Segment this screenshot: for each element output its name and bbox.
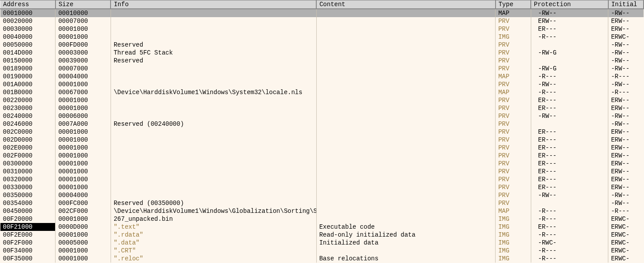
cell-size: 00001000 xyxy=(56,215,111,223)
table-row[interactable]: 00450000002CF000\Device\HarddiskVolume1\… xyxy=(0,207,644,215)
cell-prot: ER--- xyxy=(531,175,608,183)
table-row[interactable]: 0033000000001000PRVER---ERW-- xyxy=(0,183,644,191)
table-row[interactable]: 002D000000001000PRVER---ERW-- xyxy=(0,136,644,144)
cell-type: PRV xyxy=(496,80,531,88)
cell-type: PRV xyxy=(496,65,531,73)
table-row[interactable]: 0024000000006000PRV-RW---RW-- xyxy=(0,112,644,120)
cell-info xyxy=(111,96,316,104)
table-row[interactable]: 0023000000001000PRVER---ERW-- xyxy=(0,104,644,112)
table-row[interactable]: 0001000000010000MAP-RW---RW-- xyxy=(0,9,644,17)
col-header-info[interactable]: Info xyxy=(111,0,316,9)
cell-address: 002F0000 xyxy=(0,152,56,160)
cell-size: 00006000 xyxy=(56,112,111,120)
table-row[interactable]: 0004000000001000IMG-R---ERWC- xyxy=(0,33,644,41)
cell-init: -RW-- xyxy=(608,80,644,88)
table-row[interactable]: 0022000000001000PRVER---ERW-- xyxy=(0,96,644,104)
cell-size: 00004000 xyxy=(56,73,111,80)
table-row[interactable]: 0014D00000003000Thread 5FC StackPRV-RW-G… xyxy=(0,49,644,57)
col-header-initial[interactable]: Initial xyxy=(608,0,644,9)
cell-address: 00050000 xyxy=(0,41,56,49)
table-row[interactable]: 001B000000067000\Device\HarddiskVolume1\… xyxy=(0,88,644,96)
cell-address: 00310000 xyxy=(0,168,56,175)
cell-info xyxy=(111,168,316,175)
cell-size: 00001000 xyxy=(56,152,111,160)
cell-type: MAP xyxy=(496,88,531,96)
cell-content xyxy=(316,152,496,160)
table-row[interactable]: 0003000000001000PRVER---ERW-- xyxy=(0,25,644,33)
cell-content xyxy=(316,247,496,255)
cell-content xyxy=(316,175,496,183)
table-row[interactable]: 0030000000001000PRVER---ERW-- xyxy=(0,160,644,168)
cell-prot: -R--- xyxy=(531,231,608,239)
table-row[interactable]: 0015000000039000ReservedPRV-RW-- xyxy=(0,57,644,65)
cell-size: 00067000 xyxy=(56,88,111,96)
table-row[interactable]: 002460000007A000Reserved (00240000)PRV-R… xyxy=(0,120,644,128)
col-header-address[interactable]: Address xyxy=(0,0,56,9)
cell-info xyxy=(111,152,316,160)
cell-init: ERW-- xyxy=(608,128,644,136)
cell-content xyxy=(316,88,496,96)
table-row[interactable]: 0035000000004000PRV-RW---RW-- xyxy=(0,191,644,199)
cell-prot: ER--- xyxy=(531,152,608,160)
table-row[interactable]: 0032000000001000PRVER---ERW-- xyxy=(0,175,644,183)
cell-type: PRV xyxy=(496,175,531,183)
table-row[interactable]: 00F3500000001000 ".reloc"Base relocation… xyxy=(0,255,644,263)
table-row[interactable]: 00354000000FC000Reserved (00350000)PRV-R… xyxy=(0,199,644,207)
cell-prot xyxy=(531,120,608,128)
cell-address: 00010000 xyxy=(0,9,56,17)
cell-info: ".reloc" xyxy=(111,255,316,263)
cell-init: ERW-- xyxy=(608,144,644,152)
table-row[interactable]: 00050000000FD000ReservedPRV-RW-- xyxy=(0,41,644,49)
cell-type: IMG xyxy=(496,255,531,263)
cell-prot: -R--- xyxy=(531,215,608,223)
memory-map-table[interactable]: Address Size Info Content Type Protectio… xyxy=(0,0,644,263)
cell-size: 00001000 xyxy=(56,144,111,152)
cell-init: ERWC- xyxy=(608,239,644,247)
cell-init: ERWC- xyxy=(608,33,644,41)
cell-info xyxy=(111,112,316,120)
table-row[interactable]: 00F2000000001000267_unpacked.binIMG-R---… xyxy=(0,215,644,223)
cell-info xyxy=(111,136,316,144)
col-header-type[interactable]: Type xyxy=(496,0,531,9)
cell-prot: ER--- xyxy=(531,136,608,144)
col-header-content[interactable]: Content xyxy=(316,0,496,9)
cell-info xyxy=(111,17,316,25)
table-row[interactable]: 00F3400000001000 ".CRT"IMG-R---ERWC- xyxy=(0,247,644,255)
table-row[interactable]: 001A000000001000PRV-RW---RW-- xyxy=(0,80,644,88)
cell-content xyxy=(316,17,496,25)
cell-init: -RW-- xyxy=(608,41,644,49)
table-row[interactable]: 0031000000001000PRVER---ERW-- xyxy=(0,168,644,175)
cell-address: 00150000 xyxy=(0,57,56,65)
table-row[interactable]: 00F2E00000001000 ".rdata"Read-only initi… xyxy=(0,231,644,239)
table-row[interactable]: 0019000000004000MAP-R----R--- xyxy=(0,73,644,80)
cell-init: ERW-- xyxy=(608,25,644,33)
table-row[interactable]: 002E000000001000PRVER---ERW-- xyxy=(0,144,644,152)
cell-content xyxy=(316,199,496,207)
table-row[interactable]: 002C000000001000PRVER---ERW-- xyxy=(0,128,644,136)
cell-init: ERW-- xyxy=(608,17,644,25)
cell-info: Reserved (00350000) xyxy=(111,199,316,207)
table-row[interactable]: 002F000000001000PRVER---ERW-- xyxy=(0,152,644,160)
cell-prot: -RW-G xyxy=(531,65,608,73)
cell-info xyxy=(111,183,316,191)
cell-content xyxy=(316,168,496,175)
cell-prot: -RW-- xyxy=(531,80,608,88)
cell-info xyxy=(111,33,316,41)
table-row[interactable]: 00F210000000D000 ".text"Executable codeI… xyxy=(0,223,644,231)
col-header-size[interactable]: Size xyxy=(56,0,111,9)
table-row[interactable]: 00F2F00000005000 ".data"Initialized data… xyxy=(0,239,644,247)
col-header-protection[interactable]: Protection xyxy=(531,0,608,9)
cell-init: ERW-- xyxy=(608,136,644,144)
cell-init: ERW-- xyxy=(608,152,644,160)
cell-address: 00330000 xyxy=(0,183,56,191)
cell-type: PRV xyxy=(496,136,531,144)
cell-content xyxy=(316,120,496,128)
cell-size: 00001000 xyxy=(56,255,111,263)
table-row[interactable]: 0018900000007000PRV-RW-G-RW-- xyxy=(0,65,644,73)
cell-init: -R--- xyxy=(608,73,644,80)
cell-content xyxy=(316,49,496,57)
cell-content xyxy=(316,144,496,152)
cell-type: PRV xyxy=(496,168,531,175)
table-row[interactable]: 0002000000007000PRVERW--ERW-- xyxy=(0,17,644,25)
cell-init: ERW-- xyxy=(608,96,644,104)
